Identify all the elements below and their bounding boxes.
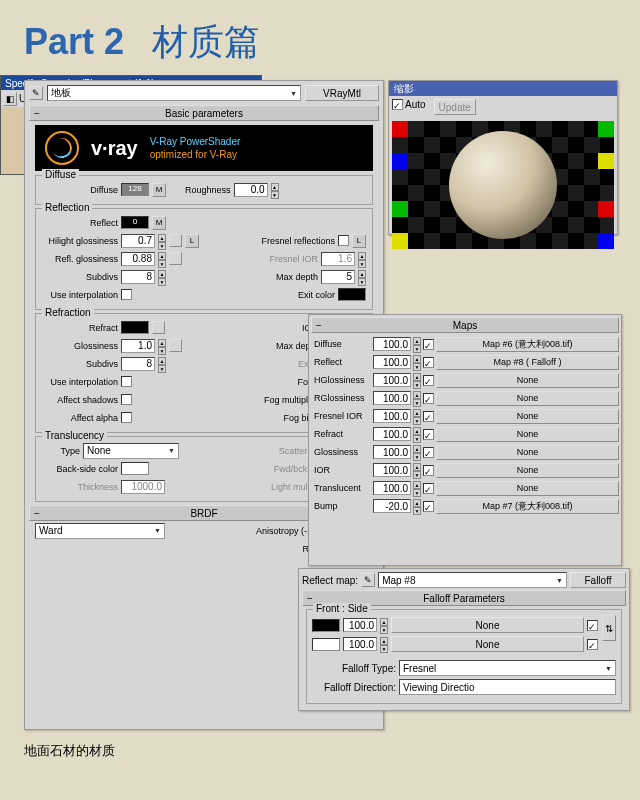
- map-slot-button[interactable]: None: [436, 481, 619, 496]
- map-amount-spinner[interactable]: ▲▼: [413, 481, 421, 495]
- map-amount-input[interactable]: 100.0: [373, 373, 411, 387]
- transl-type-dropdown[interactable]: None▼: [83, 443, 179, 459]
- crop-tool-icon[interactable]: ◧: [3, 92, 17, 106]
- reflect-map-type-button[interactable]: Falloff: [570, 572, 626, 588]
- map-amount-spinner[interactable]: ▲▼: [413, 355, 421, 369]
- refr-subdivs-spinner[interactable]: ▲▼: [158, 357, 166, 371]
- map-slot-button[interactable]: Map #8 ( Falloff ): [436, 355, 619, 370]
- map-amount-spinner[interactable]: ▲▼: [413, 445, 421, 459]
- refr-interp-checkbox[interactable]: [121, 376, 132, 387]
- refr-gloss-spinner[interactable]: ▲▼: [158, 339, 166, 353]
- map-amount-spinner[interactable]: ▲▼: [413, 463, 421, 477]
- affect-alpha-checkbox[interactable]: [121, 412, 132, 423]
- map-on-checkbox[interactable]: ✓: [423, 447, 434, 458]
- map-slot-button[interactable]: None: [436, 463, 619, 478]
- map-amount-spinner[interactable]: ▲▼: [413, 391, 421, 405]
- update-button[interactable]: Update: [434, 99, 476, 115]
- map-slot-button[interactable]: None: [436, 409, 619, 424]
- map-slot-button[interactable]: None: [436, 391, 619, 406]
- roughness-input[interactable]: 0.0: [234, 183, 268, 197]
- map-slot-button[interactable]: Map #7 (意大利008.tif): [436, 499, 619, 514]
- side-swatch[interactable]: [312, 638, 340, 651]
- map-slot-button[interactable]: None: [436, 427, 619, 442]
- reflect-map-dropdown[interactable]: Map #8▼: [378, 572, 567, 588]
- fresnel-label: Fresnel reflections: [261, 236, 335, 246]
- map-amount-input[interactable]: 100.0: [373, 445, 411, 459]
- diffuse-swatch[interactable]: 128: [121, 183, 149, 196]
- refr-gloss-map[interactable]: [169, 339, 182, 352]
- map-amount-input[interactable]: 100.0: [373, 463, 411, 477]
- front-swatch[interactable]: [312, 619, 340, 632]
- hilight-lock[interactable]: L: [185, 234, 199, 248]
- refl-maxdepth-spinner[interactable]: ▲▼: [358, 270, 366, 284]
- map-on-checkbox[interactable]: ✓: [423, 411, 434, 422]
- map-amount-spinner[interactable]: ▲▼: [413, 409, 421, 423]
- material-type-button[interactable]: VRayMtl: [305, 85, 379, 101]
- refl-gloss-input[interactable]: 0.88: [121, 252, 155, 266]
- refr-gloss-input[interactable]: 1.0: [121, 339, 155, 353]
- brdf-type-dropdown[interactable]: Ward▼: [35, 523, 165, 539]
- map-amount-input[interactable]: 100.0: [373, 481, 411, 495]
- diffuse-map-button[interactable]: M: [152, 183, 166, 197]
- map-amount-spinner[interactable]: ▲▼: [413, 427, 421, 441]
- map-on-checkbox[interactable]: ✓: [423, 465, 434, 476]
- map-on-checkbox[interactable]: ✓: [423, 393, 434, 404]
- refl-subdivs-spinner[interactable]: ▲▼: [158, 270, 166, 284]
- front-spinner[interactable]: ▲▼: [380, 618, 388, 632]
- refl-exitcolor-swatch[interactable]: [338, 288, 366, 301]
- refl-subdivs-input[interactable]: 8: [121, 270, 155, 284]
- map-on-checkbox[interactable]: ✓: [423, 483, 434, 494]
- side-slot-button[interactable]: None: [391, 636, 584, 652]
- refl-interp-checkbox[interactable]: [121, 289, 132, 300]
- rollup-basic-parameters-header[interactable]: − Basic parameters: [29, 105, 379, 121]
- refl-maxdepth-input[interactable]: 5: [321, 270, 355, 284]
- map-amount-spinner[interactable]: ▲▼: [413, 337, 421, 351]
- refl-gloss-spinner[interactable]: ▲▼: [158, 252, 166, 266]
- pick-icon[interactable]: ✎: [361, 573, 375, 587]
- hilight-spinner[interactable]: ▲▼: [158, 234, 166, 248]
- falloff-dir-dropdown[interactable]: Viewing Directio: [399, 679, 616, 695]
- map-amount-spinner[interactable]: ▲▼: [413, 499, 421, 513]
- reflect-map-button[interactable]: M: [152, 216, 166, 230]
- map-amount-input[interactable]: -20.0: [373, 499, 411, 513]
- map-amount-spinner[interactable]: ▲▼: [413, 373, 421, 387]
- side-on-checkbox[interactable]: ✓: [587, 639, 598, 650]
- fresnel-checkbox[interactable]: [338, 235, 349, 246]
- backside-swatch[interactable]: [121, 462, 149, 475]
- map-slot-button[interactable]: None: [436, 373, 619, 388]
- side-spinner[interactable]: ▲▼: [380, 637, 388, 651]
- map-on-checkbox[interactable]: ✓: [423, 357, 434, 368]
- reflect-swatch[interactable]: 0: [121, 216, 149, 229]
- map-amount-input[interactable]: 100.0: [373, 355, 411, 369]
- map-slot-button[interactable]: None: [436, 445, 619, 460]
- map-name-label: Reflect: [311, 357, 371, 367]
- map-on-checkbox[interactable]: ✓: [423, 429, 434, 440]
- pick-icon[interactable]: ✎: [29, 86, 43, 100]
- map-amount-input[interactable]: 100.0: [373, 391, 411, 405]
- swap-icon[interactable]: ⇅: [602, 615, 616, 641]
- map-on-checkbox[interactable]: ✓: [423, 339, 434, 350]
- hilight-map-slot[interactable]: [169, 234, 182, 247]
- map-amount-input[interactable]: 100.0: [373, 427, 411, 441]
- front-slot-button[interactable]: None: [391, 617, 584, 633]
- falloff-type-dropdown[interactable]: Fresnel▼: [399, 660, 616, 676]
- front-amount-input[interactable]: 100.0: [343, 618, 377, 632]
- material-name-dropdown[interactable]: 地板 ▼: [47, 85, 301, 101]
- auto-checkbox[interactable]: ✓: [392, 99, 403, 110]
- rollup-maps-header[interactable]: − Maps: [311, 317, 619, 333]
- fresnel-lock[interactable]: L: [352, 234, 366, 248]
- refl-gloss-map[interactable]: [169, 252, 182, 265]
- refract-swatch[interactable]: [121, 321, 149, 334]
- map-on-checkbox[interactable]: ✓: [423, 375, 434, 386]
- refr-subdivs-input[interactable]: 8: [121, 357, 155, 371]
- map-slot-button[interactable]: Map #6 (意大利008.tif): [436, 337, 619, 352]
- map-amount-input[interactable]: 100.0: [373, 337, 411, 351]
- side-amount-input[interactable]: 100.0: [343, 637, 377, 651]
- roughness-spinner[interactable]: ▲▼: [271, 183, 279, 197]
- hilight-input[interactable]: 0.7: [121, 234, 155, 248]
- refract-map[interactable]: [152, 321, 165, 334]
- front-on-checkbox[interactable]: ✓: [587, 620, 598, 631]
- affect-shadows-checkbox[interactable]: [121, 394, 132, 405]
- map-amount-input[interactable]: 100.0: [373, 409, 411, 423]
- map-on-checkbox[interactable]: ✓: [423, 501, 434, 512]
